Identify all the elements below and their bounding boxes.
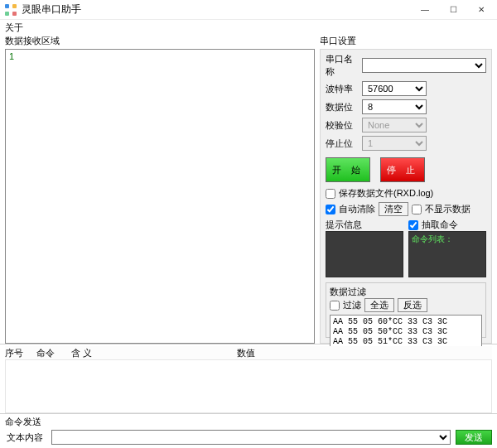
recv-group-label: 数据接收区域	[5, 35, 315, 47]
menubar: 关于	[0, 20, 497, 35]
recv-textarea[interactable]: 1	[5, 49, 315, 344]
stopbits-select: 1	[362, 136, 427, 151]
port-select[interactable]	[362, 58, 486, 73]
selectall-button[interactable]: 全选	[364, 298, 394, 312]
extract-cmd-label: 抽取命令	[422, 219, 458, 231]
menu-about[interactable]: 关于	[5, 22, 23, 32]
invert-button[interactable]: 反选	[398, 298, 427, 312]
serial-group-label: 串口设置	[320, 35, 492, 47]
maximize-button[interactable]: ☐	[439, 1, 467, 19]
save-log-checkbox[interactable]	[326, 189, 335, 199]
send-group-label: 命令发送	[5, 416, 492, 428]
stop-button[interactable]: 停 止	[380, 157, 425, 182]
cmdlist-panel: 命令列表：	[408, 231, 486, 277]
titlebar: 灵眼串口助手 — ☐ ✕	[0, 0, 497, 20]
send-group: 命令发送 文本内容 发送	[0, 413, 497, 448]
filter-group: 数据过滤 过滤 全选 反选 AA 55 05 60*CC 33 C3 3C AA…	[326, 282, 486, 338]
cmdlist-title: 命令列表：	[412, 234, 453, 243]
filter-group-label: 数据过滤	[330, 286, 482, 298]
stopbits-label: 停止位	[326, 137, 359, 150]
table-body[interactable]	[5, 359, 492, 413]
filter-checkbox[interactable]	[330, 301, 340, 311]
save-log-label: 保存数据文件(RXD.log)	[339, 187, 433, 200]
parity-label: 校验位	[326, 119, 359, 132]
autoclear-label: 自动清除	[339, 203, 375, 215]
tip-panel	[326, 231, 403, 277]
recv-line-number: 1	[9, 51, 14, 61]
baud-label: 波特率	[326, 83, 359, 95]
col-seq[interactable]: 序号	[5, 347, 36, 359]
app-icon	[5, 4, 17, 16]
databits-select[interactable]: 8	[362, 99, 427, 114]
list-item[interactable]: AA 55 05 60*CC 33 C3 3C	[333, 317, 479, 327]
send-text-label: 文本内容	[5, 431, 46, 444]
noshow-label: 不显示数据	[425, 203, 470, 215]
baud-select[interactable]: 57600	[362, 81, 427, 96]
noshow-checkbox[interactable]	[412, 205, 422, 214]
col-value[interactable]: 数值	[237, 347, 492, 359]
col-meaning[interactable]: 含 义	[71, 347, 237, 359]
data-table: 序号 命令 含 义 数值	[0, 344, 497, 413]
send-button[interactable]: 发送	[456, 430, 492, 445]
minimize-button[interactable]: —	[411, 1, 439, 19]
extract-cmd-checkbox[interactable]	[408, 220, 418, 230]
filter-label: 过滤	[343, 299, 361, 311]
databits-label: 数据位	[326, 101, 359, 113]
port-label: 串口名称	[326, 53, 359, 78]
start-button[interactable]: 开 始	[326, 157, 370, 182]
serial-settings-panel: 串口名称 波特率 57600 数据位 8 校验位 None 停止位 1 开 始	[320, 49, 492, 344]
parity-select: None	[362, 118, 427, 132]
col-cmd[interactable]: 命令	[36, 347, 71, 359]
close-button[interactable]: ✕	[467, 1, 495, 19]
autoclear-checkbox[interactable]	[326, 205, 335, 214]
list-item[interactable]: AA 55 05 50*CC 33 C3 3C	[333, 327, 479, 337]
clear-button[interactable]: 清空	[379, 202, 408, 216]
window-title: 灵眼串口助手	[22, 2, 411, 17]
tip-label: 提示信息	[326, 219, 403, 231]
send-text-combo[interactable]	[51, 430, 451, 445]
